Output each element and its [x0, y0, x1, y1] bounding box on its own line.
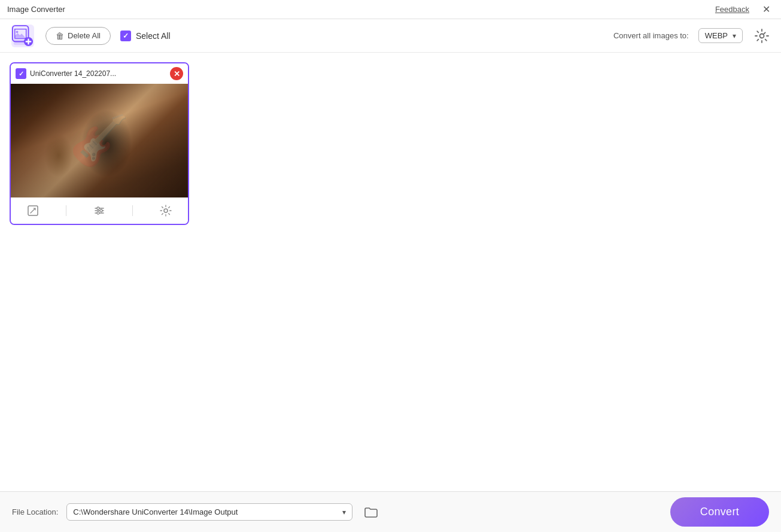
card-actions	[11, 197, 188, 224]
bottom-bar: File Location: C:\Wondershare UniConvert…	[0, 491, 781, 532]
svg-point-13	[100, 209, 102, 212]
toolbar: 🗑 Delete All Select All Convert all imag…	[0, 19, 781, 53]
resize-button[interactable]	[22, 202, 44, 219]
format-value: WEBP	[705, 31, 728, 40]
browse-folder-button[interactable]	[361, 502, 381, 522]
select-all-checkbox[interactable]	[120, 31, 131, 41]
convert-button[interactable]: Convert	[670, 497, 769, 527]
title-bar: Image Converter Feedback ✕	[0, 0, 781, 19]
svg-point-12	[97, 207, 99, 209]
separator-2	[132, 205, 133, 216]
svg-point-15	[164, 209, 168, 212]
svg-point-3	[16, 31, 19, 33]
card-close-button[interactable]: ✕	[170, 67, 183, 80]
select-all-label: Select All	[136, 31, 171, 41]
guitar-image	[11, 84, 188, 197]
card-header: UniConverter 14_202207... ✕	[11, 63, 188, 84]
svg-point-14	[97, 212, 99, 214]
feedback-link[interactable]: Feedback	[715, 5, 749, 14]
settings-button[interactable]	[752, 26, 771, 45]
card-image-area	[11, 84, 188, 197]
delete-all-button[interactable]: 🗑 Delete All	[45, 27, 111, 45]
card-checkbox[interactable]	[16, 68, 26, 79]
trash-icon: 🗑	[56, 31, 64, 41]
title-bar-left: Image Converter	[7, 5, 65, 14]
convert-all-label: Convert all images to:	[613, 31, 689, 40]
adjust-button[interactable]	[89, 202, 110, 219]
title-bar-right: Feedback ✕	[715, 4, 774, 16]
file-path-chevron-icon: ▾	[342, 508, 346, 516]
file-path-text: C:\Wondershare UniConverter 14\Image Out…	[73, 507, 342, 516]
main-content: UniConverter 14_202207... ✕	[0, 53, 781, 491]
svg-point-7	[760, 34, 764, 38]
delete-all-label: Delete All	[68, 31, 101, 40]
app-title: Image Converter	[7, 5, 65, 14]
file-location-label: File Location:	[12, 507, 58, 516]
close-button[interactable]: ✕	[759, 4, 774, 16]
file-path-selector[interactable]: C:\Wondershare UniConverter 14\Image Out…	[66, 503, 352, 521]
select-all-area[interactable]: Select All	[120, 31, 171, 41]
card-filename: UniConverter 14_202207...	[30, 69, 166, 78]
output-settings-button[interactable]	[155, 202, 177, 219]
separator-1	[66, 205, 66, 216]
format-chevron-icon: ▾	[733, 32, 736, 40]
image-card: UniConverter 14_202207... ✕	[10, 62, 189, 225]
format-selector[interactable]: WEBP ▾	[698, 28, 743, 43]
add-image-button[interactable]	[10, 23, 36, 49]
